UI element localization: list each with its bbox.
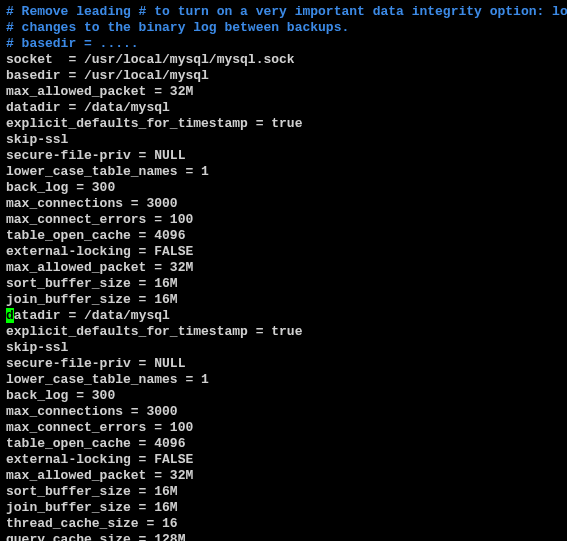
- config-line: join_buffer_size = 16M: [6, 292, 561, 308]
- comment-line: # Remove leading # to turn on a very imp…: [6, 4, 561, 20]
- terminal-editor[interactable]: # Remove leading # to turn on a very imp…: [6, 4, 561, 541]
- config-line-with-cursor: datadir = /data/mysql: [6, 308, 561, 324]
- config-line: explicit_defaults_for_timestamp = true: [6, 116, 561, 132]
- config-line: max_connect_errors = 100: [6, 212, 561, 228]
- config-line: sort_buffer_size = 16M: [6, 276, 561, 292]
- config-text: atadir = /data/mysql: [14, 308, 170, 323]
- config-line: explicit_defaults_for_timestamp = true: [6, 324, 561, 340]
- config-line: basedir = /usr/local/mysql: [6, 68, 561, 84]
- comment-line: # basedir = .....: [6, 36, 561, 52]
- config-line: back_log = 300: [6, 388, 561, 404]
- config-line: secure-file-priv = NULL: [6, 148, 561, 164]
- config-line: secure-file-priv = NULL: [6, 356, 561, 372]
- config-line: max_allowed_packet = 32M: [6, 468, 561, 484]
- config-line: lower_case_table_names = 1: [6, 372, 561, 388]
- config-line: lower_case_table_names = 1: [6, 164, 561, 180]
- comment-line: # changes to the binary log between back…: [6, 20, 561, 36]
- config-line: table_open_cache = 4096: [6, 436, 561, 452]
- config-line: max_allowed_packet = 32M: [6, 260, 561, 276]
- config-line: sort_buffer_size = 16M: [6, 484, 561, 500]
- config-line: max_connect_errors = 100: [6, 420, 561, 436]
- config-line: skip-ssl: [6, 132, 561, 148]
- config-line: socket = /usr/local/mysql/mysql.sock: [6, 52, 561, 68]
- config-line: max_connections = 3000: [6, 404, 561, 420]
- config-line: external-locking = FALSE: [6, 244, 561, 260]
- config-line: skip-ssl: [6, 340, 561, 356]
- config-line: thread_cache_size = 16: [6, 516, 561, 532]
- config-line: datadir = /data/mysql: [6, 100, 561, 116]
- config-line: external-locking = FALSE: [6, 452, 561, 468]
- config-line: query_cache_size = 128M: [6, 532, 561, 541]
- config-line: max_connections = 3000: [6, 196, 561, 212]
- cursor: d: [6, 308, 14, 323]
- config-line: join_buffer_size = 16M: [6, 500, 561, 516]
- config-line: back_log = 300: [6, 180, 561, 196]
- config-line: table_open_cache = 4096: [6, 228, 561, 244]
- config-line: max_allowed_packet = 32M: [6, 84, 561, 100]
